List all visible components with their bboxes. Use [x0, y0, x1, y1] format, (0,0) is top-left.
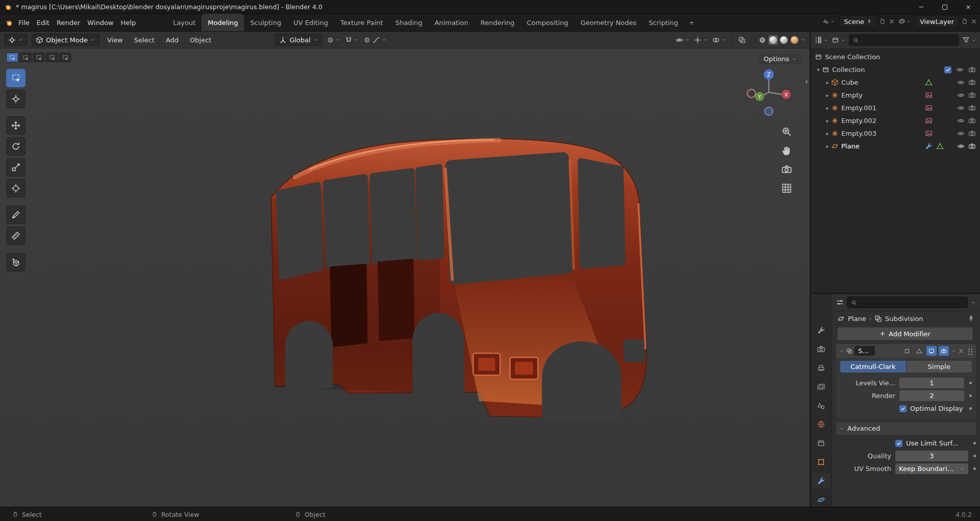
menu-file[interactable]: File: [15, 17, 33, 28]
tab-rendering[interactable]: Rendering: [474, 14, 520, 31]
sidebar-toggle-arrow[interactable]: ‹: [805, 77, 808, 86]
tab-scene[interactable]: [813, 399, 830, 413]
render-toggle[interactable]: [939, 346, 949, 356]
quality-field[interactable]: 3: [895, 451, 968, 461]
hide-eye-icon[interactable]: [957, 130, 965, 137]
navigation-gizmo[interactable]: Z Y X: [744, 68, 793, 117]
move-tool[interactable]: [6, 116, 26, 135]
outliner-row-empty-002[interactable]: ▸ Empty.002: [811, 114, 980, 127]
realtime-toggle[interactable]: [926, 346, 937, 356]
chevron-down-icon[interactable]: [971, 300, 976, 305]
add-cube-tool[interactable]: [6, 253, 26, 271]
collection-checkbox[interactable]: [944, 66, 951, 73]
levels-viewport-field[interactable]: 1: [899, 378, 964, 388]
advanced-section-header[interactable]: Advanced: [836, 422, 976, 435]
animate-dot-icon[interactable]: [969, 394, 972, 397]
tab-scripting[interactable]: Scripting: [643, 14, 685, 31]
select-mode-extend[interactable]: [19, 53, 32, 62]
hide-eye-icon[interactable]: [957, 91, 965, 99]
use-limit-checkbox[interactable]: [895, 440, 902, 447]
menu-render[interactable]: Render: [53, 17, 84, 28]
bus-model[interactable]: [263, 134, 666, 443]
ortho-grid-icon[interactable]: [781, 183, 792, 194]
hide-eye-icon[interactable]: [957, 142, 965, 150]
collapse-triangle-icon[interactable]: ▸: [824, 92, 831, 98]
select-mode-subtract[interactable]: [33, 53, 45, 62]
transform-tool[interactable]: [6, 179, 26, 197]
collapse-triangle-icon[interactable]: ▸: [824, 80, 831, 85]
unlink-scene-icon[interactable]: [889, 18, 895, 24]
tab-view-layer[interactable]: [813, 380, 830, 394]
breadcrumb-object[interactable]: Plane: [848, 315, 866, 322]
tab-shading[interactable]: Shading: [389, 14, 429, 31]
select-mode-intersect[interactable]: [59, 53, 71, 62]
menu-select[interactable]: Select: [131, 35, 158, 45]
menu-window[interactable]: Window: [84, 17, 117, 28]
gizmos-dropdown[interactable]: [694, 36, 708, 44]
disable-render-camera-icon[interactable]: [968, 91, 976, 99]
modifier-name-field[interactable]: S...: [855, 346, 875, 356]
shading-wireframe-button[interactable]: [758, 35, 767, 45]
new-viewlayer-icon[interactable]: [962, 18, 968, 24]
animate-dot-icon[interactable]: [973, 467, 976, 470]
remove-viewlayer-icon[interactable]: [971, 18, 977, 24]
disable-render-camera-icon[interactable]: [968, 79, 976, 86]
viewlayer-name-field[interactable]: ViewLayer: [915, 15, 959, 28]
hide-eye-icon[interactable]: [956, 66, 964, 73]
uv-smooth-dropdown[interactable]: Keep Boundari...: [895, 463, 968, 474]
hide-eye-icon[interactable]: [957, 117, 965, 125]
viewport-options-button[interactable]: Options: [759, 54, 801, 64]
outliner-row-empty-001[interactable]: ▸ Empty.001: [811, 102, 980, 114]
rotate-tool[interactable]: [6, 137, 26, 156]
optimal-display-checkbox[interactable]: [899, 405, 907, 412]
modifier-panel-header[interactable]: S...: [836, 344, 976, 358]
tab-object[interactable]: [813, 455, 830, 469]
hide-eye-icon[interactable]: [957, 79, 965, 86]
tab-geometry-nodes[interactable]: Geometry Nodes: [574, 14, 643, 31]
disable-render-camera-icon[interactable]: [968, 66, 976, 73]
tab-modeling[interactable]: Modeling: [202, 14, 244, 31]
tab-render[interactable]: [813, 342, 830, 357]
disable-render-camera-icon[interactable]: [968, 130, 976, 137]
tab-sculpting[interactable]: Sculpting: [244, 14, 287, 31]
outliner-row-empty-003[interactable]: ▸ Empty.003: [811, 127, 980, 140]
close-button[interactable]: ×: [957, 0, 980, 14]
tab-world[interactable]: [813, 417, 830, 432]
tab-output[interactable]: [813, 361, 830, 376]
snap-toggle[interactable]: [345, 36, 359, 44]
animate-dot-icon[interactable]: [969, 382, 972, 384]
scene-browse-button[interactable]: [822, 18, 836, 24]
pan-hand-icon[interactable]: [781, 145, 792, 156]
tab-modifiers[interactable]: [813, 474, 830, 488]
disable-render-camera-icon[interactable]: [968, 104, 976, 112]
disable-render-camera-icon[interactable]: [968, 117, 976, 125]
shading-rendered-button[interactable]: [790, 35, 799, 45]
drag-handle-icon[interactable]: [967, 347, 973, 355]
tab-physics[interactable]: [813, 492, 830, 507]
remove-modifier-icon[interactable]: [958, 348, 964, 354]
outliner-display-mode-button[interactable]: [832, 36, 846, 44]
render-levels-field[interactable]: 2: [899, 390, 964, 401]
breadcrumb-modifier[interactable]: Subdivision: [885, 315, 923, 322]
menu-object[interactable]: Object: [186, 35, 215, 45]
gizmo-neg-x-ball[interactable]: [747, 89, 756, 97]
select-mode-new[interactable]: [6, 53, 18, 62]
expand-triangle-icon[interactable]: ▾: [815, 67, 822, 72]
simple-button[interactable]: Simple: [907, 361, 972, 373]
scale-tool[interactable]: [6, 158, 26, 177]
outliner-row-cube[interactable]: ▸ Cube: [811, 76, 980, 89]
hide-eye-icon[interactable]: [957, 104, 965, 112]
menu-add[interactable]: Add: [162, 35, 182, 45]
add-workspace-button[interactable]: +: [684, 14, 699, 31]
xray-toggle[interactable]: [738, 36, 746, 44]
shading-material-button[interactable]: [779, 35, 789, 45]
menu-view[interactable]: View: [104, 35, 127, 45]
outliner-search-input[interactable]: [849, 34, 959, 46]
viewport-canvas[interactable]: Options ‹ Z Y X: [0, 48, 810, 507]
edit-mode-toggle[interactable]: [914, 346, 924, 356]
add-modifier-button[interactable]: Add Modifier: [837, 327, 973, 340]
camera-view-icon[interactable]: [781, 164, 792, 175]
collapse-triangle-icon[interactable]: ▸: [824, 105, 831, 111]
collapse-triangle-icon[interactable]: ▸: [824, 131, 831, 136]
animate-dot-icon[interactable]: [973, 442, 976, 444]
